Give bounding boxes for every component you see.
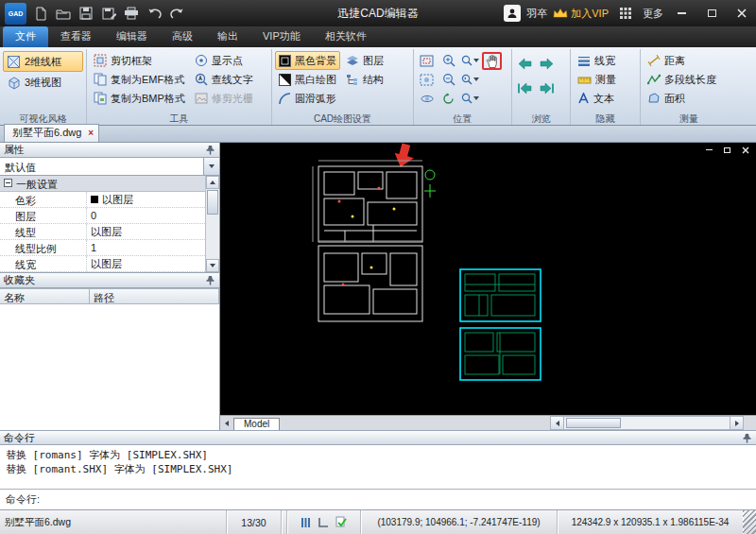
- new-file-button[interactable]: [29, 3, 52, 24]
- trim-raster-button[interactable]: 修剪光栅: [191, 89, 257, 108]
- tab-file[interactable]: 文件: [3, 26, 48, 47]
- zoom-out-button[interactable]: [438, 71, 458, 89]
- undo-button[interactable]: [143, 3, 165, 24]
- property-row-color[interactable]: 色彩 以图层: [0, 192, 205, 208]
- pin-icon[interactable]: [205, 145, 215, 155]
- zoom-options-button[interactable]: [460, 52, 480, 70]
- scroll-up-button[interactable]: [206, 176, 219, 189]
- save-button[interactable]: [75, 3, 97, 24]
- area-button[interactable]: 面积: [644, 89, 734, 108]
- command-history[interactable]: 替换 [romans] 字体为 [SIMPLEX.SHX] 替换 [romant…: [0, 445, 756, 489]
- show-points-button[interactable]: 显示点: [191, 51, 257, 70]
- view-3d-orbit-button[interactable]: [417, 90, 437, 108]
- dropdown-button[interactable]: [203, 158, 219, 175]
- redo-button[interactable]: [165, 3, 188, 24]
- command-history-line: 替换 [romant.SHX] 字体为 [SIMPLEX.SHX]: [6, 462, 750, 476]
- first-page-button[interactable]: [515, 79, 535, 97]
- property-grid-scrollbar[interactable]: [205, 176, 219, 272]
- model-tab[interactable]: Model: [233, 418, 280, 430]
- collapse-icon[interactable]: [4, 179, 12, 187]
- scroll-right-button[interactable]: [730, 416, 744, 430]
- minimize-button[interactable]: [669, 3, 694, 24]
- cad-drawing[interactable]: [220, 143, 756, 415]
- close-button[interactable]: [730, 3, 754, 24]
- document-tab[interactable]: 别墅平面6.dwg ×: [4, 124, 99, 142]
- ortho-icon[interactable]: [318, 517, 329, 528]
- zoom-window-button[interactable]: [417, 52, 437, 70]
- apps-grid-button[interactable]: [614, 3, 637, 24]
- favorites-col-name[interactable]: 名称: [0, 288, 90, 304]
- save-as-button[interactable]: [97, 3, 120, 24]
- zoom-scale-button[interactable]: [460, 90, 480, 108]
- drawing-canvas[interactable]: Model: [220, 143, 756, 430]
- tab-output[interactable]: 输出: [205, 26, 250, 47]
- snap-bars-icon[interactable]: [301, 517, 311, 528]
- maximize-button[interactable]: [699, 3, 724, 24]
- pin-icon[interactable]: [205, 275, 215, 285]
- tab-advanced[interactable]: 高级: [160, 26, 205, 47]
- property-group-row[interactable]: 一般设置: [0, 176, 205, 192]
- zoom-extents-button[interactable]: [417, 71, 437, 89]
- tab-scroll-left-icon[interactable]: [220, 416, 233, 430]
- bw-drawing-button[interactable]: 黑白绘图: [275, 70, 340, 89]
- copy-emf-button[interactable]: 复制为EMF格式: [90, 70, 189, 89]
- zoom-previous-button[interactable]: [460, 71, 480, 89]
- line-width-button[interactable]: 线宽: [574, 51, 637, 70]
- document-tab-bar: 别墅平面6.dwg ×: [0, 126, 756, 143]
- property-selector-dropdown[interactable]: 默认值: [0, 158, 219, 176]
- mdi-window-controls: [702, 144, 752, 156]
- regen-check-icon[interactable]: [335, 516, 347, 528]
- scrollbar-thumb[interactable]: [566, 418, 621, 428]
- last-page-button[interactable]: [537, 79, 557, 97]
- previous-view-button[interactable]: [515, 55, 535, 73]
- favorites-col-path[interactable]: 路径: [90, 288, 219, 304]
- find-text-button[interactable]: 查线文字: [191, 70, 257, 89]
- tab-viewer[interactable]: 查看器: [48, 26, 104, 47]
- black-background-button[interactable]: 黑色背景: [275, 51, 340, 70]
- 2d-wireframe-button[interactable]: 2维线框: [3, 51, 83, 72]
- scrollbar-track[interactable]: [564, 416, 730, 430]
- pin-icon[interactable]: [742, 433, 752, 443]
- property-row-linetype-scale[interactable]: 线型比例 1: [0, 240, 205, 256]
- 3d-view-button[interactable]: 3维视图: [3, 72, 83, 93]
- layers-button[interactable]: 图层: [342, 51, 387, 70]
- structure-button[interactable]: 结构: [342, 70, 387, 89]
- favorites-list[interactable]: [0, 304, 219, 430]
- user-avatar[interactable]: [504, 5, 521, 22]
- clip-frame-button[interactable]: 剪切框架: [90, 51, 189, 70]
- close-icon: [742, 146, 749, 154]
- regen-button[interactable]: [438, 90, 458, 108]
- text-toggle-button[interactable]: 文本: [574, 89, 637, 108]
- command-input[interactable]: [45, 490, 756, 509]
- print-button[interactable]: [120, 3, 143, 24]
- next-view-button[interactable]: [537, 55, 557, 73]
- resize-grip[interactable]: [743, 510, 756, 534]
- measure-toggle-button[interactable]: 测量: [574, 70, 637, 89]
- join-vip-button[interactable]: 加入VIP: [553, 7, 609, 21]
- more-button[interactable]: 更多: [643, 7, 663, 21]
- distance-button[interactable]: 距离: [644, 51, 734, 70]
- property-row-layer[interactable]: 图层 0: [0, 208, 205, 224]
- zoom-in-button[interactable]: [438, 52, 458, 70]
- username-label[interactable]: 羽卒: [526, 7, 547, 21]
- tab-vip-features[interactable]: VIP功能: [250, 26, 313, 47]
- polyline-length-button[interactable]: 多段线长度: [644, 70, 734, 89]
- property-row-linetype[interactable]: 线型 以图层: [0, 224, 205, 240]
- horizontal-scrollbar[interactable]: [550, 416, 744, 430]
- open-file-button[interactable]: [52, 3, 75, 24]
- mdi-close-button[interactable]: [738, 144, 752, 156]
- scrollbar-thumb[interactable]: [207, 190, 218, 215]
- tab-related-software[interactable]: 相关软件: [313, 26, 379, 47]
- smooth-arc-button[interactable]: 圆滑弧形: [275, 89, 340, 108]
- pan-button[interactable]: [482, 52, 502, 70]
- property-row-lineweight[interactable]: 线宽 以图层: [0, 256, 205, 272]
- mdi-minimize-button[interactable]: [702, 144, 716, 156]
- text-toggle-label: 文本: [593, 92, 614, 106]
- mdi-restore-button[interactable]: [720, 144, 734, 156]
- scroll-down-button[interactable]: [206, 259, 219, 272]
- scroll-left-button[interactable]: [550, 416, 564, 430]
- copy-bmp-button[interactable]: 复制为BMP格式: [90, 89, 189, 108]
- tab-editor[interactable]: 编辑器: [104, 26, 160, 47]
- document-close-icon[interactable]: ×: [88, 129, 94, 138]
- zoom-scale-icon: [461, 93, 472, 104]
